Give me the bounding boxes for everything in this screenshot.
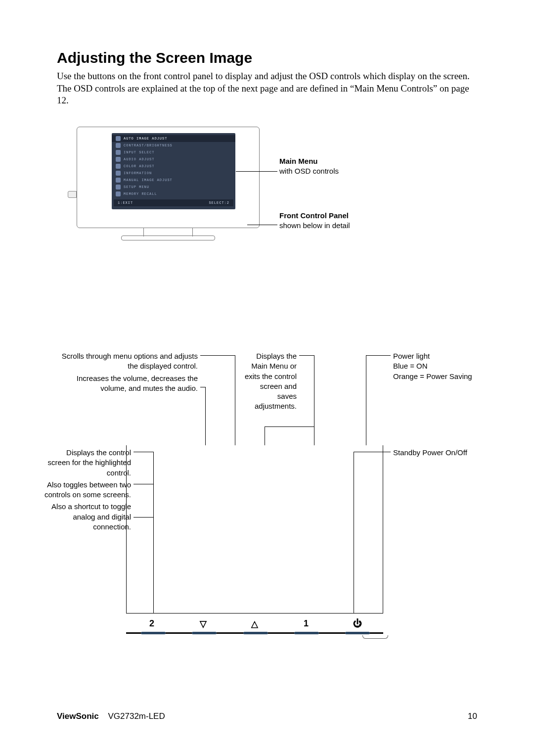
callout-text: Blue = ON — [393, 361, 477, 371]
audio-icon — [116, 157, 121, 162]
leader-line — [205, 387, 206, 445]
panel-button-down: ▽ — [178, 618, 229, 629]
button-mark — [192, 632, 217, 634]
button-mark — [141, 632, 166, 634]
panel-button-power: ⏻ — [332, 618, 383, 629]
callout-text: Standby Power On/Off — [393, 448, 467, 457]
osd-item-color-adjust: COLOR ADJUST — [112, 163, 235, 170]
footer-page-number: 10 — [468, 711, 477, 721]
leader-line — [200, 355, 235, 356]
caption-title: Front Control Panel — [279, 211, 350, 221]
osd-panel: AUTO IMAGE ADJUST CONTRAST/BRIGHTNESS IN… — [112, 133, 235, 209]
monitor-figure: AUTO IMAGE ADJUST CONTRAST/BRIGHTNESS IN… — [77, 127, 477, 250]
caption-sub: shown below in detail — [279, 221, 350, 231]
caption-main-menu: Main Menu with OSD controls — [279, 156, 339, 177]
osd-footer-right: SELECT:2 — [209, 201, 229, 205]
monitor-bezel: AUTO IMAGE ADJUST CONTRAST/BRIGHTNESS IN… — [77, 127, 260, 228]
caption-sub: with OSD controls — [279, 166, 339, 176]
osd-footer: 1:EXIT SELECT:2 — [114, 199, 233, 206]
osd-footer-left: 1:EXIT — [118, 201, 133, 205]
panel-button-up: △ — [229, 618, 280, 629]
osd-item-manual-image-adjust: MANUAL IMAGE ADJUST — [112, 177, 235, 184]
intro-paragraph: Use the buttons on the front control pan… — [57, 70, 477, 107]
adjust-icon — [116, 136, 121, 141]
osd-label: COLOR ADJUST — [124, 164, 154, 168]
input-icon — [116, 150, 121, 155]
caption-front-panel: Front Control Panel shown below in detai… — [279, 211, 350, 231]
monitor-base — [121, 236, 215, 240]
osd-label: MEMORY RECALL — [124, 192, 157, 196]
callout-text: Scrolls through menu options and adjusts… — [57, 351, 198, 372]
info-icon — [116, 171, 121, 176]
callout-text: Displays the Main Menu or exits the cont… — [245, 352, 297, 410]
callout-button1: Displays the Main Menu or exits the cont… — [240, 351, 297, 412]
callout-text: Displays the control screen for the high… — [42, 448, 131, 478]
monitor-side-button — [68, 191, 77, 198]
leader-line — [265, 426, 265, 445]
callout-text: Power light — [393, 351, 477, 361]
leader-line — [366, 355, 366, 445]
page-footer: ViewSonic VG2732m-LED 10 — [57, 711, 477, 721]
leader-line — [366, 355, 391, 356]
button-mark — [345, 632, 370, 634]
osd-label: INFORMATION — [124, 171, 152, 175]
osd-label: AUDIO ADJUST — [124, 157, 154, 161]
leader-line — [265, 426, 314, 427]
manual-adjust-icon — [116, 178, 121, 183]
leader-line — [235, 355, 235, 445]
osd-label: AUTO IMAGE ADJUST — [124, 137, 167, 141]
caption-title: Main Menu — [279, 156, 339, 166]
leader-line — [236, 171, 277, 172]
panel-button-row: 2 ▽ △ 1 ⏻ — [126, 618, 383, 629]
osd-item-information: INFORMATION — [112, 170, 235, 177]
osd-label: MANUAL IMAGE ADJUST — [124, 178, 173, 182]
recall-icon — [116, 191, 121, 196]
footer-brand: ViewSonic — [57, 711, 99, 721]
callout-text: Orange = Power Saving — [393, 372, 477, 381]
osd-label: SETUP MENU — [124, 185, 149, 189]
callout-text: Also toggles between two controls on som… — [42, 480, 131, 500]
panel-button-1: 1 — [280, 618, 332, 629]
leader-line — [247, 225, 277, 225]
button-mark — [294, 632, 319, 634]
callout-text: Increases the volume, decreases the volu… — [57, 374, 198, 394]
osd-item-audio-adjust: AUDIO ADJUST — [112, 156, 235, 163]
osd-label: CONTRAST/BRIGHTNESS — [124, 143, 173, 147]
footer-model: VG2732m-LED — [108, 711, 165, 721]
setup-icon — [116, 185, 121, 189]
leader-line — [200, 387, 205, 387]
color-icon — [116, 164, 121, 169]
osd-item-input-select: INPUT SELECT — [112, 149, 235, 156]
osd-item-setup-menu: SETUP MENU — [112, 184, 235, 190]
osd-item-auto-image-adjust: AUTO IMAGE ADJUST — [112, 135, 235, 142]
callout-button2: Displays the control screen for the high… — [42, 448, 131, 532]
callout-scroll: Scrolls through menu options and adjusts… — [57, 351, 198, 393]
osd-item-memory-recall: MEMORY RECALL — [112, 190, 235, 197]
callout-standby: Standby Power On/Off — [393, 448, 477, 458]
button-mark — [243, 632, 268, 634]
osd-label: INPUT SELECT — [124, 150, 154, 154]
page-title: Adjusting the Screen Image — [57, 49, 477, 66]
panel-button-2: 2 — [126, 618, 178, 629]
osd-item-contrast-brightness: CONTRAST/BRIGHTNESS — [112, 142, 235, 149]
contrast-icon — [116, 143, 121, 148]
leader-line — [314, 355, 314, 445]
leader-line — [299, 355, 314, 356]
panel-detail-box — [126, 445, 383, 614]
front-panel-diagram: Scrolls through menu options and adjusts… — [57, 351, 477, 648]
callout-text: Also a shortcut to toggle analog and dig… — [42, 502, 131, 532]
callout-power-light: Power light Blue = ON Orange = Power Sav… — [393, 351, 477, 381]
